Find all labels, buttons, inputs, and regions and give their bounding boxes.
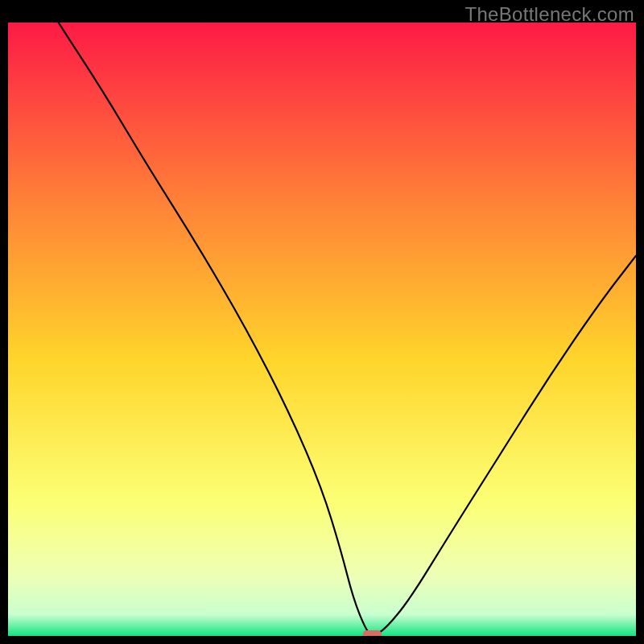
plot-area [8, 23, 636, 636]
chart-frame: TheBottleneck.com [0, 0, 644, 644]
optimum-marker [363, 630, 382, 636]
bottleneck-chart [8, 23, 636, 636]
gradient-background [8, 23, 636, 636]
watermark-text: TheBottleneck.com [464, 3, 634, 26]
